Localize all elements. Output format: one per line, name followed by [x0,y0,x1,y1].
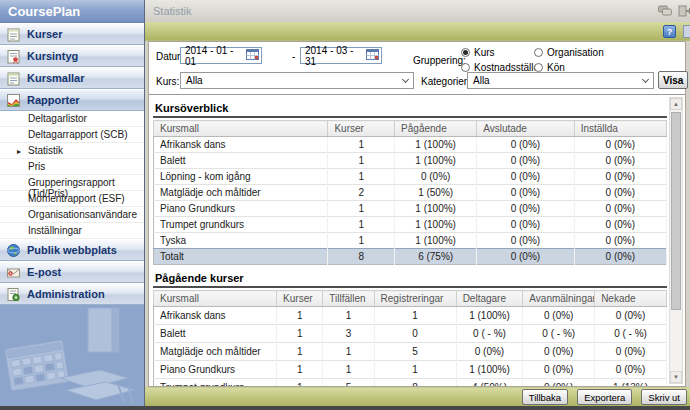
collapse-panel-icon[interactable] [683,25,690,38]
table-cell: 1 [374,361,456,379]
globe-icon [5,242,21,258]
ongoing-courses-table: KursmallKurserTillfällenRegistreringarDe… [153,290,667,386]
table-cell: 1 (13%) [595,379,667,387]
report-scroll-area: Kursöverblick KursmallKurserPågåendeAvsl… [149,95,685,386]
table-cell: 1 [328,201,395,217]
table-cell: 1 [328,233,395,249]
submenu-item-deltagarlistor[interactable]: Deltagarlistor [0,111,144,127]
table-cell: 1 (100%) [395,217,477,233]
table-cell: 0 (0%) [395,169,477,185]
app-logo: CoursePlan [0,0,144,23]
total-cell: 0 (0%) [574,249,666,265]
filter-bar: Datum: 2014 - 01 - 01 - 2014 - 03 - 31 G… [149,42,685,95]
course-filter-label: Kurs: [156,76,179,87]
feedback-bubbles-icon[interactable] [657,4,672,18]
table-cell: 1 (50%) [395,185,477,201]
submenu-item-pris[interactable]: Pris [0,159,144,175]
table-row: Löpning - kom igång10 (0%)0 (0%)0 (0%) [154,169,667,185]
toolbar-accent-bar: ? [145,22,690,41]
date-to-field[interactable]: 2014 - 03 - 31 [300,47,382,64]
table-cell: 1 [277,361,323,379]
calendar-icon[interactable] [246,49,259,62]
table-row: Afrikansk dans1111 (100%)0 (0%)0 (0%) [154,307,667,325]
table-cell: 0 (0%) [523,361,595,379]
total-row: Totalt 8 6 (75%) 0 (0%) 0 (0%) [154,249,667,265]
table-cell: 1 (100%) [395,201,477,217]
submenu-item-deltagarrapport[interactable]: Deltagarrapport (SCB) [0,127,144,143]
export-button[interactable]: Exportera [577,389,632,405]
back-button[interactable]: Tillbaka [522,389,568,405]
column-header: Kurser [328,121,395,137]
column-header: Avslutade [477,121,574,137]
vertical-scrollbar[interactable]: ▲ ▼ [669,97,683,384]
submenu-item-organisationsanvandare[interactable]: Organisationsanvändare [0,207,144,223]
table-cell: 0 (0%) [574,169,666,185]
column-header: Kursmall [154,121,328,137]
sidebar-item-epost[interactable]: E-post [0,261,144,283]
course-select[interactable]: Alla [180,72,414,89]
table-row: Piano Grundkurs1111 (100%)0 (0%)0 (0%) [154,361,667,379]
sidebar-item-kursmallar[interactable]: Kursmallar [0,67,144,89]
course-overview-header-row: KursmallKurserPågåendeAvslutadeInställda [154,121,667,137]
table-cell: 0 ( - %) [456,325,523,343]
grouping-radio-organisation[interactable] [534,48,543,57]
table-cell: 1 [328,217,395,233]
table-cell: Piano Grundkurs [154,201,328,217]
radio-label-kurs: Kurs [474,47,495,58]
help-icon[interactable]: ? [663,25,676,38]
logout-icon[interactable] [677,4,690,18]
table-cell: 0 (0%) [574,233,666,249]
date-from-field[interactable]: 2014 - 01 - 01 [180,47,262,64]
course-overview-table: KursmallKurserPågåendeAvslutadeInställda… [153,120,667,265]
sidebar-item-administration[interactable]: Administration [0,283,144,305]
grouping-radio-kurs[interactable] [461,48,470,57]
column-header: Nekade [595,291,667,307]
table-cell: 0 (0%) [523,343,595,361]
sidebar-item-rapporter[interactable]: Rapporter [0,89,144,111]
table-cell: 0 (0%) [477,153,574,169]
submenu-item-momentrapport[interactable]: Momentrapport (ESF) [0,191,144,207]
table-cell: 1 [328,137,395,153]
table-cell: 5 [374,343,456,361]
scrollbar-thumb[interactable] [671,112,681,310]
table-cell: 0 ( - %) [523,325,595,343]
submenu-item-statistik-active[interactable]: ▸ Statistik [0,143,144,159]
table-cell: 1 [328,153,395,169]
show-button[interactable]: Visa [658,71,688,89]
table-cell: 2 [328,185,395,201]
table-cell: 1 (100%) [395,153,477,169]
table-cell: 1 [277,379,323,387]
total-cell: 8 [328,249,395,265]
date-from-value: 2014 - 01 - 01 [185,45,246,67]
table-cell: Trumpet grundkurs [154,217,328,233]
sidebar-item-publik-webbplats[interactable]: Publik webbplats [0,239,144,261]
table-cell: 0 (0%) [595,343,667,361]
table-cell: Piano Grundkurs [154,361,277,379]
table-cell: Löpning - kom igång [154,169,328,185]
ongoing-courses-header-row: KursmallKurserTillfällenRegistreringarDe… [154,291,667,307]
table-cell: 0 (0%) [477,137,574,153]
table-cell: 0 (0%) [477,217,574,233]
grouping-radio-kon[interactable] [534,63,543,72]
column-header: Tillfällen [323,291,374,307]
sidebar-item-kursintyg[interactable]: Kursintyg [0,45,144,67]
table-cell: 8 [374,379,456,387]
rapporter-submenu: Deltagarlistor Deltagarrapport (SCB) ▸ S… [0,111,144,239]
table-cell: 0 (0%) [574,185,666,201]
grouping-radio-kostnadsstalle[interactable] [461,63,470,72]
scroll-down-arrow[interactable]: ▼ [670,371,682,383]
section-title-kursoverblick: Kursöverblick [153,102,667,118]
column-header: Inställda [574,121,666,137]
sidebar-item-label: E-post [27,266,61,278]
sidebar-item-kurser[interactable]: Kurser [0,23,144,45]
submenu-item-installningar[interactable]: Inställningar [0,223,144,239]
print-button[interactable]: Skriv ut [641,389,687,405]
table-cell: 1 [328,169,395,185]
scroll-up-arrow[interactable]: ▲ [670,98,682,110]
window-bottom-edge [0,406,690,410]
total-cell: 6 (75%) [395,249,477,265]
categories-select[interactable]: Alla [467,72,654,89]
sidebar-watermark-illustration [0,306,145,406]
submenu-item-grupperingsrapport[interactable]: Grupperingsrapport (Tid/Pris) [0,175,144,191]
calendar-icon[interactable] [366,49,379,62]
